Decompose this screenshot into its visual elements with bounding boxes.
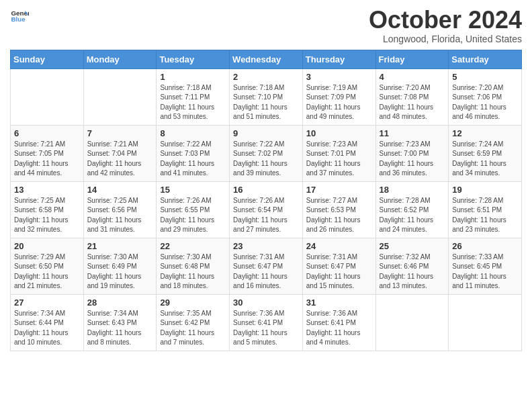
days-header-row: SundayMondayTuesdayWednesdayThursdayFrid… bbox=[11, 50, 522, 68]
day-number: 30 bbox=[233, 298, 299, 308]
day-info: Sunrise: 7:20 AMSunset: 7:06 PMDaylight:… bbox=[452, 83, 518, 122]
week-row-5: 27Sunrise: 7:34 AMSunset: 6:44 PMDayligh… bbox=[11, 294, 522, 351]
day-number: 29 bbox=[160, 298, 226, 308]
day-info: Sunrise: 7:30 AMSunset: 6:48 PMDaylight:… bbox=[160, 253, 226, 291]
day-number: 1 bbox=[160, 72, 226, 82]
day-number: 7 bbox=[87, 128, 153, 138]
day-number: 19 bbox=[452, 185, 518, 195]
day-cell: 22Sunrise: 7:30 AMSunset: 6:48 PMDayligh… bbox=[157, 238, 230, 294]
day-number: 3 bbox=[306, 72, 372, 82]
logo: General Blue bbox=[10, 7, 29, 26]
day-info: Sunrise: 7:33 AMSunset: 6:45 PMDaylight:… bbox=[452, 253, 518, 291]
day-cell bbox=[11, 68, 84, 125]
day-number: 8 bbox=[160, 128, 226, 138]
day-number: 11 bbox=[380, 128, 445, 138]
day-number: 10 bbox=[306, 128, 372, 138]
day-cell: 28Sunrise: 7:34 AMSunset: 6:43 PMDayligh… bbox=[83, 294, 157, 351]
day-info: Sunrise: 7:24 AMSunset: 6:59 PMDaylight:… bbox=[452, 140, 518, 179]
day-number: 15 bbox=[160, 185, 226, 195]
page-header: General Blue October 2024 Longwood, Flor… bbox=[10, 7, 522, 44]
day-cell: 11Sunrise: 7:23 AMSunset: 7:00 PMDayligh… bbox=[375, 125, 449, 181]
day-info: Sunrise: 7:18 AMSunset: 7:10 PMDaylight:… bbox=[233, 83, 299, 122]
day-info: Sunrise: 7:23 AMSunset: 7:01 PMDaylight:… bbox=[306, 140, 372, 179]
day-header-thursday: Thursday bbox=[302, 50, 375, 68]
day-cell: 12Sunrise: 7:24 AMSunset: 6:59 PMDayligh… bbox=[449, 125, 522, 181]
day-info: Sunrise: 7:18 AMSunset: 7:11 PMDaylight:… bbox=[160, 83, 226, 122]
day-cell: 6Sunrise: 7:21 AMSunset: 7:05 PMDaylight… bbox=[11, 125, 84, 181]
day-number: 14 bbox=[87, 185, 153, 195]
svg-text:Blue: Blue bbox=[11, 15, 26, 23]
day-cell: 24Sunrise: 7:31 AMSunset: 6:47 PMDayligh… bbox=[302, 238, 375, 294]
day-info: Sunrise: 7:20 AMSunset: 7:08 PMDaylight:… bbox=[380, 83, 445, 122]
day-cell: 21Sunrise: 7:30 AMSunset: 6:49 PMDayligh… bbox=[83, 238, 157, 294]
day-info: Sunrise: 7:19 AMSunset: 7:09 PMDaylight:… bbox=[306, 83, 372, 122]
day-cell: 2Sunrise: 7:18 AMSunset: 7:10 PMDaylight… bbox=[230, 68, 303, 125]
logo-icon: General Blue bbox=[10, 7, 29, 26]
week-row-1: 1Sunrise: 7:18 AMSunset: 7:11 PMDaylight… bbox=[11, 68, 522, 125]
day-cell: 25Sunrise: 7:32 AMSunset: 6:46 PMDayligh… bbox=[375, 238, 449, 294]
day-header-friday: Friday bbox=[375, 50, 449, 68]
day-cell bbox=[83, 68, 157, 125]
day-number: 4 bbox=[380, 72, 445, 82]
week-row-2: 6Sunrise: 7:21 AMSunset: 7:05 PMDaylight… bbox=[11, 125, 522, 181]
day-cell: 16Sunrise: 7:26 AMSunset: 6:54 PMDayligh… bbox=[230, 181, 303, 238]
day-number: 20 bbox=[14, 241, 80, 251]
day-cell: 26Sunrise: 7:33 AMSunset: 6:45 PMDayligh… bbox=[449, 238, 522, 294]
day-number: 9 bbox=[233, 128, 299, 138]
day-number: 31 bbox=[306, 298, 372, 308]
day-info: Sunrise: 7:28 AMSunset: 6:52 PMDaylight:… bbox=[380, 196, 445, 235]
day-number: 5 bbox=[452, 72, 518, 82]
day-number: 23 bbox=[233, 241, 299, 251]
day-cell: 3Sunrise: 7:19 AMSunset: 7:09 PMDaylight… bbox=[302, 68, 375, 125]
day-info: Sunrise: 7:27 AMSunset: 6:53 PMDaylight:… bbox=[306, 196, 372, 235]
day-header-saturday: Saturday bbox=[449, 50, 522, 68]
day-header-wednesday: Wednesday bbox=[230, 50, 303, 68]
day-info: Sunrise: 7:21 AMSunset: 7:05 PMDaylight:… bbox=[14, 140, 80, 179]
day-cell: 8Sunrise: 7:22 AMSunset: 7:03 PMDaylight… bbox=[157, 125, 230, 181]
day-info: Sunrise: 7:26 AMSunset: 6:54 PMDaylight:… bbox=[233, 196, 299, 235]
day-cell: 23Sunrise: 7:31 AMSunset: 6:47 PMDayligh… bbox=[230, 238, 303, 294]
day-number: 22 bbox=[160, 241, 226, 251]
day-info: Sunrise: 7:23 AMSunset: 7:00 PMDaylight:… bbox=[380, 140, 445, 179]
day-number: 12 bbox=[452, 128, 518, 138]
day-info: Sunrise: 7:36 AMSunset: 6:41 PMDaylight:… bbox=[306, 309, 372, 348]
day-info: Sunrise: 7:28 AMSunset: 6:51 PMDaylight:… bbox=[452, 196, 518, 235]
day-number: 25 bbox=[380, 241, 445, 251]
day-header-tuesday: Tuesday bbox=[157, 50, 230, 68]
day-cell: 14Sunrise: 7:25 AMSunset: 6:56 PMDayligh… bbox=[83, 181, 157, 238]
week-row-3: 13Sunrise: 7:25 AMSunset: 6:58 PMDayligh… bbox=[11, 181, 522, 238]
calendar: SundayMondayTuesdayWednesdayThursdayFrid… bbox=[10, 50, 522, 351]
day-number: 6 bbox=[14, 128, 80, 138]
day-info: Sunrise: 7:31 AMSunset: 6:47 PMDaylight:… bbox=[233, 253, 299, 291]
day-header-sunday: Sunday bbox=[11, 50, 84, 68]
day-info: Sunrise: 7:36 AMSunset: 6:41 PMDaylight:… bbox=[233, 309, 299, 348]
day-info: Sunrise: 7:34 AMSunset: 6:44 PMDaylight:… bbox=[14, 309, 80, 348]
day-number: 16 bbox=[233, 185, 299, 195]
month-title: October 2024 bbox=[369, 7, 522, 34]
day-info: Sunrise: 7:25 AMSunset: 6:58 PMDaylight:… bbox=[14, 196, 80, 235]
day-number: 18 bbox=[380, 185, 445, 195]
day-info: Sunrise: 7:22 AMSunset: 7:03 PMDaylight:… bbox=[160, 140, 226, 179]
day-cell: 18Sunrise: 7:28 AMSunset: 6:52 PMDayligh… bbox=[375, 181, 449, 238]
day-header-monday: Monday bbox=[83, 50, 157, 68]
title-area: October 2024 Longwood, Florida, United S… bbox=[369, 7, 522, 44]
day-cell: 4Sunrise: 7:20 AMSunset: 7:08 PMDaylight… bbox=[375, 68, 449, 125]
day-cell: 31Sunrise: 7:36 AMSunset: 6:41 PMDayligh… bbox=[302, 294, 375, 351]
day-cell: 30Sunrise: 7:36 AMSunset: 6:41 PMDayligh… bbox=[230, 294, 303, 351]
day-info: Sunrise: 7:32 AMSunset: 6:46 PMDaylight:… bbox=[380, 253, 445, 291]
day-info: Sunrise: 7:26 AMSunset: 6:55 PMDaylight:… bbox=[160, 196, 226, 235]
day-number: 2 bbox=[233, 72, 299, 82]
day-info: Sunrise: 7:31 AMSunset: 6:47 PMDaylight:… bbox=[306, 253, 372, 291]
day-number: 21 bbox=[87, 241, 153, 251]
day-info: Sunrise: 7:35 AMSunset: 6:42 PMDaylight:… bbox=[160, 309, 226, 348]
day-cell: 9Sunrise: 7:22 AMSunset: 7:02 PMDaylight… bbox=[230, 125, 303, 181]
day-info: Sunrise: 7:34 AMSunset: 6:43 PMDaylight:… bbox=[87, 309, 153, 348]
location: Longwood, Florida, United States bbox=[369, 34, 522, 44]
day-number: 28 bbox=[87, 298, 153, 308]
day-cell: 27Sunrise: 7:34 AMSunset: 6:44 PMDayligh… bbox=[11, 294, 84, 351]
day-info: Sunrise: 7:22 AMSunset: 7:02 PMDaylight:… bbox=[233, 140, 299, 179]
day-info: Sunrise: 7:25 AMSunset: 6:56 PMDaylight:… bbox=[87, 196, 153, 235]
day-info: Sunrise: 7:30 AMSunset: 6:49 PMDaylight:… bbox=[87, 253, 153, 291]
day-info: Sunrise: 7:21 AMSunset: 7:04 PMDaylight:… bbox=[87, 140, 153, 179]
day-number: 17 bbox=[306, 185, 372, 195]
